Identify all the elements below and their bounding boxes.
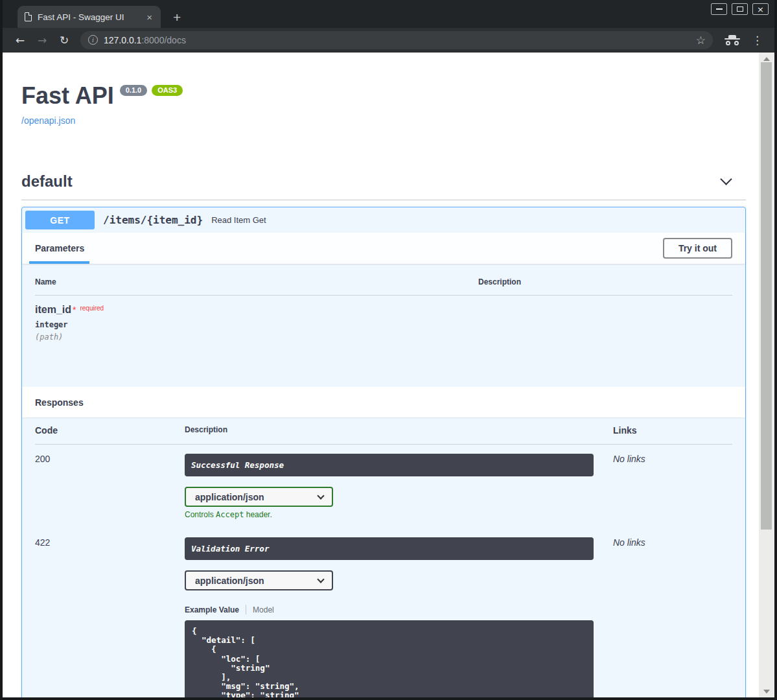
api-title: Fast API <box>21 84 114 108</box>
collapse-chevron-down-icon[interactable] <box>720 173 732 185</box>
incognito-icon <box>725 34 740 46</box>
response-code: 422 <box>35 537 185 697</box>
parameters-section-header: Parameters Try it out <box>22 233 745 264</box>
column-header-description: Description <box>478 277 732 286</box>
oas-badge: OAS3 <box>152 85 183 96</box>
example-json-text: { "detail": [ { "loc": [ "string" ], "ms… <box>192 627 587 697</box>
minimize-icon <box>716 8 723 10</box>
window-controls: × <box>711 3 769 15</box>
model-example-tabs: Example Value Model <box>185 605 613 614</box>
reload-button[interactable]: ↻ <box>54 30 74 50</box>
scroll-down-arrow[interactable] <box>759 686 774 696</box>
scrollbar-thumb[interactable] <box>761 62 772 530</box>
version-badge: 0.1.0 <box>120 85 147 96</box>
column-header-links: Links <box>613 425 732 436</box>
responses-table: Code Description Links 200 Successful Re… <box>22 417 745 697</box>
response-code: 200 <box>35 454 185 519</box>
api-info: Fast API 0.1.0 OAS3 <box>21 84 746 108</box>
tab-close-icon[interactable]: × <box>144 11 155 23</box>
tab-title: Fast API - Swagger UI <box>38 12 138 22</box>
tag-divider <box>21 200 746 200</box>
tag-section-header[interactable]: default <box>21 172 746 191</box>
response-row-200: 200 Successful Response application/json… <box>35 445 732 519</box>
tab-example-value[interactable]: Example Value <box>185 605 239 614</box>
media-type-value: application/json <box>195 492 264 502</box>
new-tab-button[interactable]: + <box>173 10 181 24</box>
parameters-table: Name Description item_id*required intege… <box>22 264 745 387</box>
response-links: No links <box>613 537 732 697</box>
browser-tab[interactable]: Fast API - Swagger UI × <box>17 6 161 28</box>
back-button[interactable]: ← <box>10 30 30 50</box>
page-scrollbar[interactable] <box>759 52 774 697</box>
minimize-button[interactable] <box>711 3 727 15</box>
parameter-type: integer <box>35 320 732 329</box>
media-type-value: application/json <box>195 576 264 586</box>
media-type-select[interactable]: application/json <box>185 570 333 590</box>
openapi-spec-link[interactable]: /openapi.json <box>21 115 75 126</box>
media-type-select[interactable]: application/json <box>185 487 333 507</box>
tab-separator <box>246 605 246 614</box>
browser-toolbar: ← → ↻ i 127.0.0.1:8000/docs ☆ ⋮ <box>3 28 774 52</box>
page-favicon-icon <box>25 12 32 21</box>
maximize-icon <box>737 6 743 12</box>
tag-name: default <box>21 172 73 191</box>
operation-summary[interactable]: GET /items/{item_id} Read Item Get <box>22 207 745 233</box>
address-bar[interactable]: i 127.0.0.1:8000/docs ☆ <box>80 31 713 49</box>
page-viewport: Fast API 0.1.0 OAS3 /openapi.json defaul… <box>3 52 774 697</box>
response-description-box: Validation Error <box>185 537 594 560</box>
parameter-row: item_id*required integer (path) <box>35 296 732 342</box>
url-path: :8000/docs <box>141 35 186 45</box>
required-label: required <box>76 305 104 312</box>
url-host: 127.0.0.1 <box>104 35 141 45</box>
maximize-button[interactable] <box>732 3 748 15</box>
response-links: No links <box>613 454 732 519</box>
select-chevron-down-icon <box>317 576 324 583</box>
operation-path: /items/{item_id} <box>95 214 209 226</box>
parameter-name: item_id <box>35 304 71 315</box>
column-header-name: Name <box>35 277 478 286</box>
parameter-location: (path) <box>35 332 732 342</box>
controls-accept-note: Controls Accept header. <box>185 510 613 519</box>
select-chevron-down-icon <box>317 492 324 499</box>
column-header-description: Description <box>185 425 613 436</box>
close-button[interactable]: × <box>752 3 769 15</box>
browser-titlebar: Fast API - Swagger UI × + × <box>3 0 774 28</box>
site-info-icon[interactable]: i <box>88 35 98 45</box>
close-icon: × <box>757 5 764 14</box>
tab-model[interactable]: Model <box>253 605 274 614</box>
active-tab-underline <box>29 261 89 264</box>
url-text[interactable]: 127.0.0.1:8000/docs <box>104 35 690 45</box>
swagger-page: Fast API 0.1.0 OAS3 /openapi.json defaul… <box>21 52 746 697</box>
example-json-block: { "detail": [ { "loc": [ "string" ], "ms… <box>185 620 594 697</box>
operation-summary-text: Read Item Get <box>209 215 266 225</box>
responses-title: Responses <box>35 397 84 408</box>
responses-section-header: Responses <box>22 387 745 417</box>
column-header-code: Code <box>35 425 185 436</box>
response-row-422: 422 Validation Error application/json Ex… <box>35 528 732 697</box>
response-description-box: Successful Response <box>185 454 594 476</box>
try-it-out-button[interactable]: Try it out <box>663 238 732 259</box>
tab-parameters[interactable]: Parameters <box>35 243 84 253</box>
browser-menu-icon[interactable]: ⋮ <box>748 34 767 47</box>
forward-button[interactable]: → <box>32 30 52 50</box>
browser-window: Fast API - Swagger UI × + × ← → ↻ i 127.… <box>0 0 777 700</box>
bookmark-star-icon[interactable]: ☆ <box>696 34 706 47</box>
http-method-button[interactable]: GET <box>25 211 95 229</box>
get-operation-block: GET /items/{item_id} Read Item Get Param… <box>21 207 746 697</box>
